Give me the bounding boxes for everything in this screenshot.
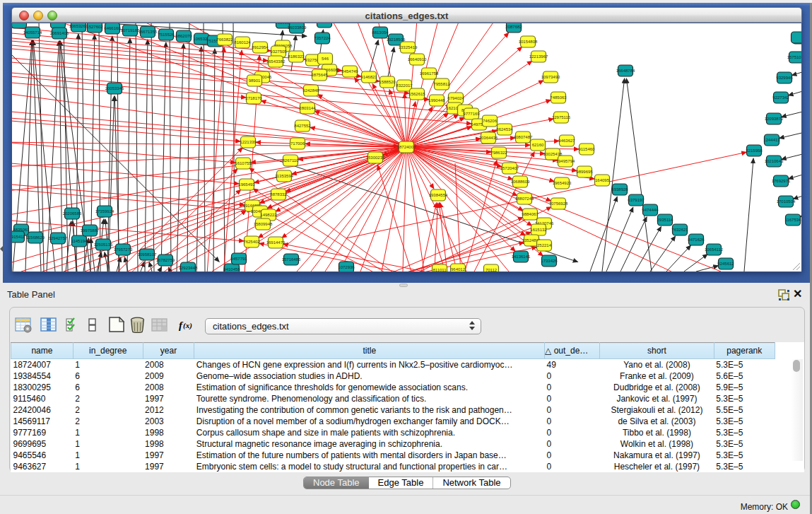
svg-text:7625402: 7625402 [243, 240, 260, 244]
svg-text:2087682: 2087682 [505, 25, 522, 29]
svg-text:17957273: 17957273 [114, 247, 133, 252]
svg-text:6379197: 6379197 [628, 198, 645, 202]
svg-text:6794024: 6794024 [447, 96, 464, 100]
svg-text:8186323: 8186323 [288, 54, 305, 59]
svg-text:13325419: 13325419 [399, 45, 418, 49]
svg-text:8471626: 8471626 [688, 238, 705, 242]
svg-text:10210643: 10210643 [765, 159, 784, 163]
svg-text:7986322: 7986322 [490, 151, 507, 155]
svg-text:1610755: 1610755 [235, 161, 252, 165]
svg-text:10688609: 10688609 [511, 180, 530, 184]
svg-text:546: 546 [322, 57, 329, 61]
svg-text:1615132: 1615132 [530, 228, 547, 232]
svg-text:16782759: 16782759 [156, 258, 175, 262]
svg-text:252214: 252214 [537, 243, 552, 247]
svg-text:1527602: 1527602 [86, 25, 103, 29]
svg-text:811011: 811011 [433, 268, 447, 271]
svg-text:9329946: 9329946 [776, 76, 793, 80]
svg-text:6466160: 6466160 [104, 26, 121, 30]
svg-text:14055714: 14055714 [23, 30, 42, 35]
svg-text:8160124: 8160124 [234, 40, 251, 45]
svg-text:12213967: 12213967 [529, 54, 548, 59]
svg-text:15809948: 15809948 [254, 222, 273, 226]
svg-text:1990448: 1990448 [428, 98, 445, 103]
svg-text:1244413: 1244413 [763, 138, 780, 142]
svg-text:10807487: 10807487 [514, 135, 533, 139]
svg-text:15716485: 15716485 [282, 257, 301, 262]
svg-text:20053346: 20053346 [105, 86, 124, 90]
svg-text:16640910: 16640910 [408, 57, 427, 62]
svg-text:1221339: 1221339 [240, 140, 257, 144]
svg-text:964012: 964012 [451, 267, 466, 271]
svg-text:2718170: 2718170 [245, 96, 262, 100]
svg-text:3915411: 3915411 [12, 235, 25, 239]
svg-text:8813054: 8813054 [372, 30, 389, 35]
svg-text:16543382: 16543382 [266, 59, 286, 64]
svg-text:7663822: 7663822 [216, 37, 233, 42]
svg-text:8454749: 8454749 [341, 69, 358, 74]
svg-text:1145194: 1145194 [71, 239, 88, 243]
svg-text:1562615: 1562615 [408, 92, 425, 96]
svg-text:7955812: 7955812 [433, 82, 450, 86]
svg-text:3875645: 3875645 [311, 73, 328, 77]
svg-text:7632621: 7632621 [671, 228, 688, 232]
svg-text:20206586: 20206586 [63, 211, 82, 216]
svg-text:9146821: 9146821 [360, 75, 377, 79]
svg-text:8878332: 8878332 [270, 192, 287, 197]
svg-text:9410458: 9410458 [223, 267, 240, 271]
svg-text:7515526: 7515526 [158, 33, 175, 37]
svg-text:3624534: 3624534 [496, 127, 513, 132]
svg-text:1965493: 1965493 [238, 182, 255, 187]
svg-text:12093872: 12093872 [765, 117, 784, 121]
svg-text:70112: 70112 [486, 268, 498, 271]
svg-text:16033809: 16033809 [288, 25, 307, 30]
svg-text:15720407: 15720407 [500, 166, 519, 170]
svg-text:10958107: 10958107 [138, 252, 157, 257]
svg-text:39975887: 39975887 [81, 228, 100, 233]
svg-text:12505135: 12505135 [94, 243, 113, 247]
svg-text:18724007: 18724007 [397, 145, 416, 149]
svg-text:9777169: 9777169 [463, 112, 480, 116]
svg-text:14136141: 14136141 [512, 255, 531, 259]
svg-text:16914479: 16914479 [266, 240, 286, 245]
svg-text:9457791: 9457791 [230, 257, 247, 261]
svg-text:746206: 746206 [483, 119, 498, 123]
svg-text:16648784: 16648784 [616, 69, 635, 73]
svg-text:3215958: 3215958 [746, 148, 763, 153]
svg-text:1498222: 1498222 [260, 213, 277, 217]
svg-text:17692971: 17692971 [772, 179, 791, 183]
svg-text:10719185: 10719185 [121, 28, 140, 33]
svg-text:16961758: 16961758 [420, 71, 439, 76]
svg-text:19495794: 19495794 [556, 159, 575, 163]
svg-text:15751074: 15751074 [787, 55, 801, 59]
svg-text:11568629: 11568629 [26, 235, 45, 240]
svg-text:9115460: 9115460 [579, 147, 596, 151]
svg-text:12975115: 12975115 [552, 115, 571, 119]
svg-text:9899695: 9899695 [576, 170, 593, 174]
svg-text:9227342: 9227342 [772, 95, 789, 100]
svg-text:10653267: 10653267 [69, 24, 88, 28]
svg-text:164095: 164095 [595, 178, 610, 182]
svg-text:2803144: 2803144 [299, 106, 316, 110]
svg-text:9884067: 9884067 [522, 212, 539, 216]
svg-text:7485063: 7485063 [550, 95, 567, 100]
svg-text:10154808: 10154808 [519, 40, 538, 44]
svg-text:(x): (x) [183, 321, 192, 330]
svg-text:9474444: 9474444 [642, 208, 659, 212]
svg-text:12942757: 12942757 [49, 236, 68, 240]
svg-text:70756928: 70756928 [549, 201, 568, 206]
svg-text:19654923: 19654923 [553, 181, 572, 185]
svg-text:15300233: 15300233 [366, 156, 385, 160]
svg-text:1072936: 1072936 [338, 265, 355, 269]
svg-text:5938928: 5938928 [611, 187, 628, 192]
svg-text:19218506: 19218506 [387, 37, 406, 42]
svg-text:9862070: 9862070 [175, 34, 192, 38]
svg-text:11353594: 11353594 [275, 174, 294, 178]
svg-text:1733426: 1733426 [541, 259, 558, 263]
svg-text:62160: 62160 [532, 143, 544, 147]
svg-text:20691406: 20691406 [50, 31, 69, 35]
svg-text:8427552: 8427552 [294, 124, 311, 128]
svg-text:98901: 98901 [249, 78, 261, 83]
svg-text:9245612: 9245612 [717, 262, 734, 266]
svg-text:17359924: 17359924 [95, 209, 114, 214]
